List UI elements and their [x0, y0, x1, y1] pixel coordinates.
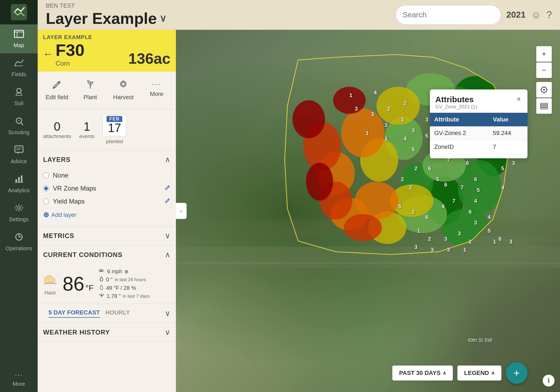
- info-icon: ℹ: [548, 377, 550, 384]
- layers-section-header[interactable]: LAYERS ∧: [38, 150, 176, 169]
- svg-point-8: [18, 207, 20, 209]
- temperature-display: 86 °F: [63, 273, 94, 295]
- attr-table-head: Attribute Value: [430, 113, 527, 126]
- add-layer-plus-icon: ⊕: [43, 211, 49, 219]
- sidebar-item-fields[interactable]: Fields: [0, 53, 38, 82]
- header-title-text: Layer Example: [46, 9, 157, 27]
- sidebar-item-advice[interactable]: Advice: [0, 140, 38, 169]
- dew-icon: [99, 285, 104, 291]
- legend-button[interactable]: LEGEND ∧: [457, 365, 501, 381]
- map-bottom-bar: PAST 30 DAYS ∧ LEGEND ∧ +: [392, 362, 527, 384]
- add-layer-button[interactable]: ⊕ Add layer: [43, 208, 170, 222]
- sidebar: Map Fields Soil Scouting: [0, 0, 38, 392]
- precip-7d-icon: [99, 293, 104, 299]
- svg-rect-46: [540, 103, 548, 105]
- stats-row: 0 attachments 1 events FEB 17 planted: [38, 109, 176, 150]
- attr-attribute-cell: ZoneID: [430, 140, 488, 154]
- panel-toggle-button[interactable]: ‹: [176, 203, 187, 219]
- attr-header-row: Attribute Value: [430, 113, 527, 126]
- layer-vr-edit-icon[interactable]: [165, 185, 170, 192]
- layer-vr-radio[interactable]: [43, 185, 49, 191]
- wind-dir-icon: ⊕: [124, 269, 128, 275]
- tab-5day[interactable]: 5 DAY FORECAST: [49, 309, 100, 318]
- table-row: ZoneID7: [430, 140, 527, 154]
- attributes-table: Attribute Value GV-Zones 259.244ZoneID7: [430, 113, 527, 154]
- events-stat: 1 events: [79, 120, 95, 139]
- layers-button[interactable]: [536, 98, 552, 114]
- locate-button[interactable]: [536, 82, 552, 98]
- layer-yield-edit-icon[interactable]: [165, 198, 170, 205]
- edit-field-button[interactable]: Edit field: [40, 77, 74, 104]
- layers-title: LAYERS: [43, 156, 70, 163]
- sidebar-logo: [0, 0, 38, 24]
- layer-vr-label: VR Zone Maps: [53, 185, 161, 192]
- past30days-label: PAST 30 DAYS: [399, 369, 440, 377]
- analytics-icon: [14, 174, 24, 186]
- popup-footer-spacer: [430, 154, 527, 158]
- layer-yield-radio[interactable]: [43, 198, 49, 204]
- help-icon[interactable]: ?: [546, 9, 552, 21]
- search-input[interactable]: [396, 5, 501, 25]
- popup-title: Attributes: [435, 95, 477, 104]
- plant-icon: [85, 80, 95, 92]
- operations-icon: [14, 232, 24, 244]
- plant-label: Plant: [83, 94, 97, 101]
- header-right: 2021 ☺ ?: [396, 5, 552, 25]
- sidebar-item-soil[interactable]: Soil: [0, 82, 38, 111]
- svg-point-3: [18, 120, 20, 121]
- action-toolbar: Edit field Plant: [38, 72, 176, 109]
- smiley-icon[interactable]: ☺: [531, 9, 541, 21]
- fab-button[interactable]: +: [506, 362, 527, 384]
- attr-value-cell: 7: [488, 140, 527, 154]
- weather-condition-label: Haze: [44, 290, 56, 296]
- panel-toggle-icon: ‹: [180, 208, 182, 214]
- forecast-tabs: 5 DAY FORECAST HOURLY: [43, 309, 135, 318]
- sidebar-item-settings[interactable]: Settings: [0, 198, 38, 227]
- sidebar-item-scouting[interactable]: Scouting: [0, 111, 38, 140]
- precip-7d-suffix: in last 7 days: [123, 294, 150, 299]
- attachments-count: 0: [54, 120, 60, 133]
- planted-stat: FEB 17 planted: [102, 115, 126, 144]
- popup-header: Attributes GV_Zone_2021 (1) ×: [430, 89, 527, 113]
- field-panel: LAYER EXAMPLE ← F30 Corn 136ac: [38, 30, 176, 392]
- forecast-section-header[interactable]: 5 DAY FORECAST HOURLY ∨: [38, 304, 176, 323]
- attr-col-value: Value: [488, 113, 527, 126]
- harvest-button[interactable]: Harvest: [107, 77, 140, 104]
- metrics-section-header[interactable]: METRICS ∨: [38, 226, 176, 245]
- sidebar-item-analytics[interactable]: Analytics: [0, 169, 38, 198]
- info-button[interactable]: ℹ: [543, 375, 555, 387]
- current-conditions-header[interactable]: CURRENT CONDITIONS ∧: [38, 245, 176, 264]
- plant-button[interactable]: Plant: [74, 77, 107, 104]
- header-dropdown-arrow[interactable]: ∨: [159, 13, 166, 24]
- weather-icon-area: Haze: [43, 272, 57, 296]
- past30days-button[interactable]: PAST 30 DAYS ∧: [392, 365, 453, 381]
- top-header: BEN TEST Layer Example ∨ 2021 ☺ ?: [38, 0, 560, 30]
- map-area[interactable]: 1433223311433514754352435567667652225264…: [176, 30, 560, 392]
- popup-close-button[interactable]: ×: [516, 95, 522, 104]
- attr-table-body: GV-Zones 259.244ZoneID7: [430, 126, 527, 154]
- more-actions-button[interactable]: ··· More: [140, 77, 173, 104]
- fab-icon: +: [513, 367, 520, 379]
- layers-content: None VR Zone Maps: [38, 169, 176, 226]
- zoom-in-button[interactable]: +: [536, 46, 552, 62]
- attributes-popup: Attributes GV_Zone_2021 (1) × Attribute …: [430, 89, 527, 158]
- svg-rect-6: [18, 177, 20, 182]
- svg-rect-7: [21, 175, 22, 182]
- tab-hourly[interactable]: HOURLY: [105, 309, 130, 318]
- layer-vr-zone[interactable]: VR Zone Maps: [43, 182, 170, 195]
- sidebar-item-map[interactable]: Map: [0, 24, 38, 53]
- layer-yield[interactable]: Yield Maps: [43, 195, 170, 208]
- nav-label-advice: Advice: [11, 158, 27, 165]
- soil-icon: [14, 87, 24, 99]
- nav-label-operations: Operations: [6, 245, 32, 252]
- layer-none[interactable]: None: [43, 169, 170, 182]
- weather-history-header[interactable]: WEATHER HISTORY ∨: [38, 323, 176, 342]
- sidebar-item-operations[interactable]: Operations: [0, 227, 38, 256]
- svg-rect-5: [15, 179, 17, 182]
- layer-none-radio[interactable]: [43, 172, 49, 178]
- events-label: events: [79, 133, 95, 139]
- zoom-out-button[interactable]: −: [536, 62, 552, 78]
- back-arrow-icon[interactable]: ←: [43, 48, 53, 60]
- sidebar-item-more[interactable]: ··· More: [0, 366, 38, 392]
- field-crop: Corn: [56, 60, 85, 67]
